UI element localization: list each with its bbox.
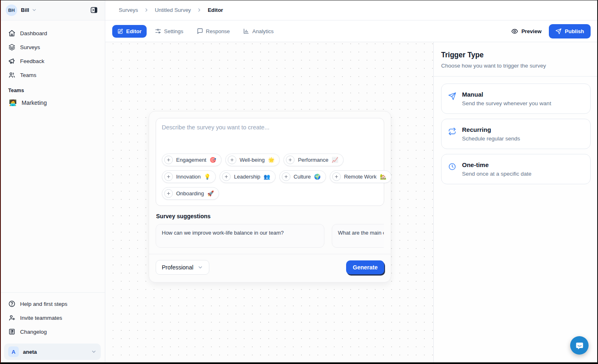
option-title: Manual [462, 91, 551, 98]
tab-label: Response [206, 28, 230, 34]
main-content: Surveys Untitled Survey Editor Editor Se… [105, 0, 598, 364]
breadcrumb-survey-name[interactable]: Untitled Survey [155, 7, 191, 13]
chip-label: Onboarding [176, 190, 204, 197]
chip-emoji: 🌍 [314, 174, 321, 180]
chip-label: Engagement [176, 157, 206, 163]
chip-emoji: 🏡 [380, 174, 386, 180]
chevron-down-icon [91, 349, 97, 355]
plus-icon [164, 156, 173, 164]
account-avatar: A [8, 346, 19, 357]
composer-footer: Professional Generate [149, 254, 391, 276]
chip-label: Performance [298, 157, 328, 163]
option-description: Schedule regular sends [462, 136, 520, 142]
sidebar-item-label: Teams [20, 72, 36, 78]
home-icon [8, 29, 16, 37]
help-circle-icon [8, 300, 16, 307]
sidebar-item-invite[interactable]: Invite teammates [5, 311, 100, 325]
tab-editor[interactable]: Editor [112, 25, 147, 38]
trigger-options: Manual Send the survey whenever you want… [434, 77, 598, 191]
preview-button[interactable]: Preview [511, 28, 541, 35]
preview-label: Preview [521, 28, 541, 34]
trigger-panel-header: Trigger Type Choose how you want to trig… [434, 42, 598, 77]
chip-label: Culture [294, 174, 311, 180]
chip-emoji: 👥 [264, 174, 270, 180]
sidebar-item-teams[interactable]: Teams [5, 68, 100, 82]
sidebar-item-label: Surveys [20, 44, 40, 50]
suggestions-row: How can we improve work-life balance in … [156, 224, 384, 248]
tab-settings[interactable]: Settings [150, 25, 188, 38]
topic-chip-performance[interactable]: Performance 📈 [283, 154, 344, 166]
sidebar-spacer [0, 110, 105, 292]
tab-label: Settings [164, 28, 183, 34]
ai-survey-composer: Engagement 🎯 Well-being 🌟 [149, 111, 391, 283]
sidebar-footer: Help and first steps Invite teammates Ch… [0, 292, 105, 340]
pencil-square-icon [117, 28, 123, 34]
sidebar-item-label: Changelog [20, 329, 47, 335]
collapse-sidebar-button[interactable] [88, 4, 100, 16]
option-title: One-time [462, 161, 532, 168]
plus-icon [164, 172, 173, 181]
option-description: Send once at a specific date [462, 171, 532, 177]
option-description: Send the survey whenever you want [462, 100, 551, 106]
trigger-option-one-time[interactable]: One-time Send once at a specific date [441, 154, 591, 184]
sidebar-item-feedback[interactable]: Feedback [5, 54, 100, 68]
chip-emoji: 🌟 [268, 157, 274, 163]
chat-launcher-button[interactable] [570, 336, 589, 355]
topic-chip-remote-work[interactable]: Remote Work 🏡 [330, 170, 392, 183]
workspace-name: Bill [21, 7, 29, 13]
tone-select[interactable]: Professional [156, 260, 209, 275]
plus-icon [164, 189, 173, 198]
chip-emoji: 📈 [332, 157, 338, 163]
chevron-right-icon [144, 7, 149, 13]
topic-chip-onboarding[interactable]: Onboarding 🚀 [162, 187, 219, 200]
topic-chip-leadership[interactable]: Leadership 👥 [220, 170, 276, 183]
sidebar-collapse-icon [90, 6, 98, 14]
tab-analytics[interactable]: Analytics [238, 25, 279, 38]
publish-button[interactable]: Publish [549, 24, 591, 38]
sidebar-item-help[interactable]: Help and first steps [5, 297, 100, 311]
topic-chips: Engagement 🎯 Well-being 🌟 [162, 154, 378, 200]
trigger-option-manual[interactable]: Manual Send the survey whenever you want [441, 84, 591, 114]
survey-description-input[interactable] [162, 124, 378, 149]
topic-chip-culture[interactable]: Culture 🌍 [279, 170, 326, 183]
panel-subtitle: Choose how you want to trigger the surve… [441, 63, 591, 69]
account-menu[interactable]: A aneta [4, 344, 101, 360]
breadcrumb-current-page: Editor [208, 7, 223, 13]
breadcrumb-surveys[interactable]: Surveys [119, 7, 138, 13]
topic-chip-well-being[interactable]: Well-being 🌟 [225, 154, 280, 166]
repeat-icon [448, 126, 456, 142]
trigger-type-panel: Trigger Type Choose how you want to trig… [433, 42, 598, 364]
plus-icon [222, 172, 231, 181]
trigger-option-recurring[interactable]: Recurring Schedule regular sends [441, 119, 591, 149]
panel-title: Trigger Type [441, 51, 591, 59]
megaphone-icon [8, 57, 16, 65]
topic-chip-innovation[interactable]: Innovation 💡 [162, 170, 216, 183]
sidebar-item-surveys[interactable]: Surveys [5, 40, 100, 54]
changelog-icon [8, 328, 16, 335]
option-title: Recurring [462, 126, 520, 133]
generate-button[interactable]: Generate [346, 260, 384, 274]
account-section: A aneta [0, 340, 105, 364]
chat-bubble-icon [197, 28, 203, 34]
layers-icon [8, 43, 16, 51]
tab-label: Editor [126, 28, 142, 34]
sidebar: BH Bill Dashboard Surveys [0, 0, 105, 364]
tab-response[interactable]: Response [192, 25, 235, 38]
workspace-switcher[interactable]: BH Bill [0, 0, 105, 20]
editor-canvas[interactable]: Engagement 🎯 Well-being 🌟 [105, 42, 433, 364]
sliders-icon [155, 28, 161, 34]
suggestion-card[interactable]: How can we improve work-life balance in … [156, 224, 324, 248]
topic-chip-engagement[interactable]: Engagement 🎯 [162, 154, 222, 166]
plus-icon [332, 172, 341, 181]
sidebar-team-marketing[interactable]: 🧑‍💻 Marketing [5, 96, 100, 110]
sidebar-nav: Dashboard Surveys Feedback Teams Teams 🧑… [0, 20, 105, 110]
bar-chart-icon [243, 28, 249, 34]
sidebar-item-changelog[interactable]: Changelog [5, 325, 100, 339]
sidebar-item-dashboard[interactable]: Dashboard [5, 26, 100, 40]
chip-emoji: 🚀 [207, 190, 214, 197]
sidebar-item-label: Feedback [20, 58, 44, 64]
chevron-down-icon [197, 265, 203, 270]
suggestion-card[interactable]: What are the main ob [332, 224, 384, 248]
tone-value: Professional [162, 264, 193, 271]
users-icon [8, 71, 16, 79]
